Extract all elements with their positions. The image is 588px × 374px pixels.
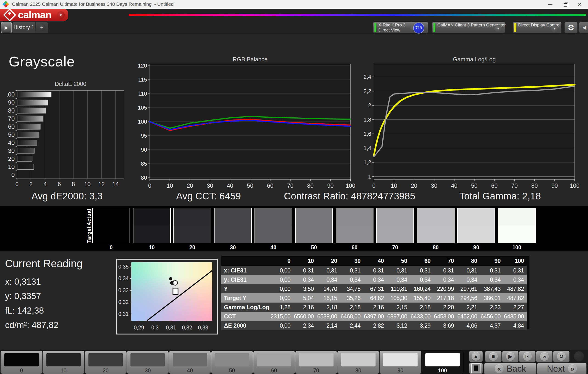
add-tab-button[interactable]: + [36,22,48,33]
table-corner-cell [221,256,270,266]
swatch-actual [174,208,211,225]
continuous-measure-button[interactable]: ∞ [536,351,553,363]
svg-text:Gamma Log/Log: Gamma Log/Log [453,56,496,63]
svg-text:80: 80 [8,107,15,114]
table-cell: 487,82 [503,284,527,293]
svg-text:0,35: 0,35 [118,264,129,270]
table-cell: 3,69 [433,321,457,330]
table-cell: 2,27 [503,303,527,312]
pattern-level-label: 0 [1,368,42,374]
pattern-level-label: 10 [43,368,84,374]
pattern-level-button-50[interactable]: 50 [211,351,253,374]
pattern-generator-dropdown[interactable]: CalMAN Client 3 Pattern Generator ▼ [432,21,505,33]
swatch-20 [173,208,211,243]
table-column-header: 30 [340,256,363,266]
svg-text:10: 10 [167,182,173,189]
table-cell: 155,40 [410,293,433,303]
table-row: x: CIE310,000,310,310,310,310,310,310,31… [221,266,527,275]
pattern-level-button-20[interactable]: 20 [85,351,127,374]
swatch-50 [295,208,333,243]
table-cell: 0,34 [316,275,340,284]
refresh-button[interactable]: ↻ [553,351,570,363]
svg-text:80: 80 [531,182,538,189]
swatch-30 [214,208,252,243]
table-cell: 6397,00 [363,312,387,321]
deltae-bar-10 [17,164,34,170]
workflow-nav-button[interactable]: ▶ [1,22,12,33]
pattern-level-label: 90 [380,368,421,374]
table-scrollbar[interactable] [527,256,529,329]
pattern-level-button-100[interactable]: 100 [421,351,463,374]
rgb-balance-chart: RGB Balance80859095100105110115120010203… [138,56,356,190]
menu-bar: calman ▼ [0,9,588,21]
table-cell: 2,16 [363,303,387,312]
pattern-level-label: 70 [295,368,337,374]
pattern-bar-expand-button[interactable]: ▲ [469,351,483,362]
pattern-window-button[interactable] [469,363,483,374]
page-title: Grayscale [9,53,75,70]
pattern-level-label: 50 [211,368,253,374]
menu-dropdown-button[interactable]: ▼ [57,11,65,19]
meter-dropdown[interactable]: X-Rite i1Pro 3 Direct View ▼ 719 [373,21,428,33]
back-button[interactable]: «Back [484,363,536,374]
minimize-button[interactable] [544,0,557,9]
table-cell: 6560,00 [293,312,317,321]
calman-diamond-icon [3,9,16,21]
close-button[interactable]: × [573,0,586,9]
pattern-level-button-10[interactable]: 10 [42,351,84,374]
table-row: ΔE 20000,002,342,142,442,823,123,293,694… [221,321,527,330]
tab-history-1[interactable]: History 1 [12,22,35,33]
table-row: y: CIE310,000,340,340,340,340,340,340,34… [221,275,527,284]
settings-button[interactable]: ⚙ [564,21,578,33]
table-cell: 0,00 [270,266,293,275]
reading-x: x: 0,3131 [5,277,41,287]
refresh-icon: ↻ [559,353,563,360]
pattern-level-button-80[interactable]: 80 [337,351,379,374]
source-caret-button[interactable]: ▼ [494,25,502,32]
chevron-down-icon: ▼ [497,27,500,30]
table-column-header: 10 [293,256,317,266]
table-column-header: 20 [316,256,340,266]
table-cell: 4,84 [503,321,527,330]
pattern-level-button-40[interactable]: 40 [169,351,211,374]
svg-text:8: 8 [72,181,75,187]
pattern-level-label: 80 [337,368,379,374]
calman-menu-button[interactable]: calman ▼ [0,9,68,21]
swatch-level-label: 50 [295,245,333,251]
pattern-level-button-70[interactable]: 70 [295,351,337,374]
table-cell: 0,00 [270,284,293,293]
svg-text:115: 115 [138,76,147,83]
pattern-level-button-90[interactable]: 90 [379,351,421,374]
table-cell: 6539,00 [316,312,340,321]
pattern-level-button-30[interactable]: 30 [127,351,169,374]
svg-text:20: 20 [8,155,15,162]
display-control-dropdown[interactable]: Direct Display Control ▼ [513,21,562,33]
restore-button[interactable] [559,0,572,9]
table-row-label: Y [221,284,270,293]
pattern-swatch [257,353,291,366]
table-cell: 110,81 [387,284,410,293]
display-caret-button[interactable]: ▼ [551,25,559,32]
play-measure-button[interactable]: ▶ [502,351,519,363]
swatch-actual [417,208,454,225]
meter-status-indicator [374,23,376,32]
table-cell: 0,31 [480,266,504,275]
table-cell: 0,34 [503,275,527,284]
collapse-panel-button[interactable]: ◀ [579,21,588,33]
stop-button[interactable]: ■ [485,351,502,363]
swatch-target [93,225,130,243]
up-arrow-icon: ▲ [473,353,478,359]
svg-text:1,4: 1,4 [364,145,371,151]
pattern-level-button-60[interactable]: 60 [253,351,295,374]
pattern-level-label: 100 [422,368,463,374]
pattern-swatch [383,353,418,366]
app-logo-icon [3,1,9,8]
interval-button[interactable]: [•] [519,351,536,363]
record-area [570,350,588,363]
next-button[interactable]: Next» [537,363,587,374]
pattern-window-icon [471,363,481,373]
deltae-bar-80 [17,108,46,113]
pattern-level-button-0[interactable]: 0 [0,351,42,374]
workflow-bar: ▶ History 1 + X-Rite i1Pro 3 Direct View… [0,21,588,34]
table-cell: 0,31 [387,266,410,275]
